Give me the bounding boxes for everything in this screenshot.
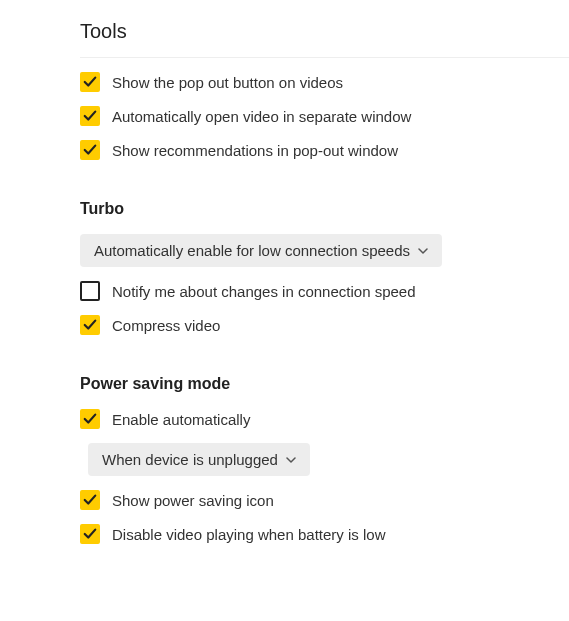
turbo-mode-dropdown[interactable]: Automatically enable for low connection … <box>80 234 442 267</box>
checkbox-disable-video[interactable] <box>80 524 100 544</box>
tools-section-title: Tools <box>80 20 569 43</box>
option-recommendations: Show recommendations in pop-out window <box>80 140 569 160</box>
checkbox-popout-button[interactable] <box>80 72 100 92</box>
power-section-title: Power saving mode <box>80 375 569 393</box>
label-show-icon: Show power saving icon <box>112 492 274 509</box>
label-auto-open-video: Automatically open video in separate win… <box>112 108 411 125</box>
option-compress-video: Compress video <box>80 315 569 335</box>
checkbox-auto-open-video[interactable] <box>80 106 100 126</box>
check-icon <box>83 412 97 426</box>
chevron-down-icon <box>418 246 428 256</box>
label-disable-video: Disable video playing when battery is lo… <box>112 526 385 543</box>
check-icon <box>83 75 97 89</box>
check-icon <box>83 318 97 332</box>
turbo-section-title: Turbo <box>80 200 569 218</box>
option-enable-auto: Enable automatically <box>80 409 569 429</box>
power-dropdown-label: When device is unplugged <box>102 451 278 468</box>
label-enable-auto: Enable automatically <box>112 411 250 428</box>
check-icon <box>83 109 97 123</box>
check-icon <box>83 143 97 157</box>
check-icon <box>83 527 97 541</box>
option-notify-speed: Notify me about changes in connection sp… <box>80 281 569 301</box>
checkbox-notify-speed[interactable] <box>80 281 100 301</box>
power-condition-dropdown[interactable]: When device is unplugged <box>88 443 310 476</box>
label-popout-button: Show the pop out button on videos <box>112 74 343 91</box>
checkbox-show-icon[interactable] <box>80 490 100 510</box>
option-disable-video: Disable video playing when battery is lo… <box>80 524 569 544</box>
chevron-down-icon <box>286 455 296 465</box>
section-divider <box>80 57 569 58</box>
option-show-icon: Show power saving icon <box>80 490 569 510</box>
checkbox-compress-video[interactable] <box>80 315 100 335</box>
turbo-dropdown-label: Automatically enable for low connection … <box>94 242 410 259</box>
check-icon <box>83 493 97 507</box>
label-recommendations: Show recommendations in pop-out window <box>112 142 398 159</box>
label-compress-video: Compress video <box>112 317 220 334</box>
label-notify-speed: Notify me about changes in connection sp… <box>112 283 416 300</box>
option-popout-button: Show the pop out button on videos <box>80 72 569 92</box>
option-auto-open-video: Automatically open video in separate win… <box>80 106 569 126</box>
checkbox-recommendations[interactable] <box>80 140 100 160</box>
checkbox-enable-auto[interactable] <box>80 409 100 429</box>
